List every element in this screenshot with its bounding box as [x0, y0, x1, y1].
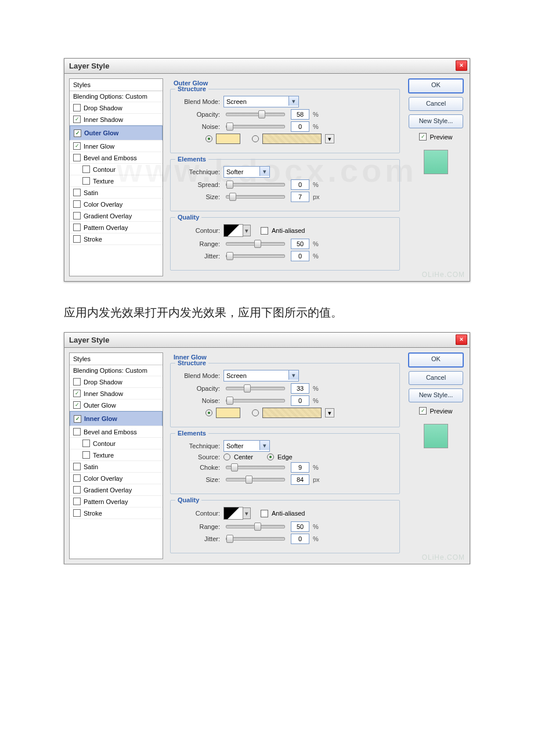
noise-input[interactable]: 0 — [291, 121, 309, 132]
slider-thumb-icon[interactable] — [231, 463, 238, 471]
checkbox-icon[interactable] — [73, 212, 81, 219]
style-inner-shadow[interactable]: ✓Inner Shadow — [70, 114, 163, 125]
slider-thumb-icon[interactable] — [226, 181, 233, 189]
size-slider[interactable] — [226, 195, 285, 199]
style-drop-shadow[interactable]: Drop Shadow — [70, 376, 163, 388]
chevron-down-icon[interactable]: ▾ — [243, 507, 251, 519]
color-radio[interactable] — [205, 135, 212, 142]
gradient-radio[interactable] — [252, 135, 259, 142]
preview-toggle[interactable]: ✓Preview — [419, 407, 452, 415]
checkbox-icon[interactable] — [73, 104, 81, 111]
style-bevel-emboss[interactable]: Bevel and Emboss — [70, 152, 163, 164]
new-style-button[interactable]: New Style... — [409, 114, 463, 128]
checkbox-icon[interactable]: ✓ — [73, 390, 81, 397]
style-texture[interactable]: Texture — [70, 175, 163, 187]
chevron-down-icon[interactable]: ▾ — [259, 167, 269, 176]
checkbox-icon[interactable] — [82, 451, 90, 459]
style-contour[interactable]: Contour — [70, 438, 163, 449]
jitter-input[interactable]: 0 — [291, 251, 309, 261]
checkbox-icon[interactable] — [73, 235, 81, 243]
slider-thumb-icon[interactable] — [226, 123, 233, 131]
checkbox-icon[interactable]: ✓ — [74, 129, 81, 137]
opacity-slider[interactable] — [226, 387, 285, 390]
choke-slider[interactable] — [226, 466, 285, 469]
preview-toggle[interactable]: ✓Preview — [419, 133, 452, 141]
cancel-button[interactable]: Cancel — [409, 97, 463, 111]
slider-thumb-icon[interactable] — [226, 535, 233, 543]
style-gradient-overlay[interactable]: Gradient Overlay — [70, 210, 163, 222]
opacity-input[interactable]: 33 — [291, 383, 309, 394]
style-pattern-overlay[interactable]: Pattern Overlay — [70, 496, 163, 507]
range-input[interactable]: 50 — [291, 521, 309, 532]
close-icon[interactable]: × — [456, 334, 467, 345]
blend-mode-select[interactable]: Screen▾ — [223, 370, 299, 381]
style-gradient-overlay[interactable]: Gradient Overlay — [70, 484, 163, 496]
checkbox-icon[interactable] — [73, 474, 81, 482]
size-input[interactable]: 84 — [291, 474, 309, 485]
slider-thumb-icon[interactable] — [246, 476, 252, 484]
checkbox-icon[interactable]: ✓ — [419, 407, 427, 415]
style-stroke[interactable]: Stroke — [70, 233, 163, 245]
style-color-overlay[interactable]: Color Overlay — [70, 199, 163, 210]
styles-header[interactable]: Styles — [70, 79, 163, 91]
style-satin[interactable]: Satin — [70, 461, 163, 473]
checkbox-icon[interactable]: ✓ — [73, 142, 81, 150]
cancel-button[interactable]: Cancel — [409, 371, 463, 385]
styles-header[interactable]: Styles — [70, 353, 163, 365]
slider-thumb-icon[interactable] — [226, 397, 233, 405]
source-edge-radio[interactable] — [267, 453, 274, 460]
range-slider[interactable] — [226, 242, 285, 246]
color-swatch[interactable] — [216, 408, 240, 418]
slider-thumb-icon[interactable] — [254, 523, 261, 531]
style-bevel-emboss[interactable]: Bevel and Emboss — [70, 426, 163, 438]
blending-options-row[interactable]: Blending Options: Custom — [70, 365, 163, 376]
noise-slider[interactable] — [226, 125, 285, 128]
checkbox-icon[interactable]: ✓ — [73, 401, 81, 409]
gradient-swatch[interactable] — [262, 134, 322, 144]
jitter-input[interactable]: 0 — [291, 534, 309, 544]
opacity-input[interactable]: 58 — [291, 109, 309, 120]
size-input[interactable]: 7 — [291, 192, 309, 202]
slider-thumb-icon[interactable] — [244, 384, 251, 393]
size-slider[interactable] — [226, 478, 285, 481]
checkbox-icon[interactable] — [73, 200, 81, 208]
opacity-slider[interactable] — [226, 113, 285, 116]
checkbox-icon[interactable] — [73, 463, 81, 470]
spread-input[interactable]: 0 — [291, 179, 309, 190]
blending-options-row[interactable]: Blending Options: Custom — [70, 91, 163, 102]
style-stroke[interactable]: Stroke — [70, 507, 163, 519]
checkbox-icon[interactable] — [82, 177, 90, 185]
choke-input[interactable]: 9 — [291, 462, 309, 473]
checkbox-icon[interactable] — [82, 165, 90, 173]
contour-picker[interactable]: ▾ — [223, 507, 243, 520]
checkbox-icon[interactable]: ✓ — [419, 133, 427, 141]
chevron-down-icon[interactable]: ▾ — [288, 370, 298, 380]
chevron-down-icon[interactable]: ▾ — [243, 225, 251, 236]
style-outer-glow[interactable]: ✓Outer Glow — [70, 125, 163, 141]
gradient-radio[interactable] — [252, 409, 259, 416]
gradient-swatch[interactable] — [262, 408, 322, 418]
jitter-slider[interactable] — [226, 254, 285, 258]
technique-select[interactable]: Softer▾ — [223, 440, 270, 452]
slider-thumb-icon[interactable] — [226, 252, 233, 260]
spread-slider[interactable] — [226, 183, 285, 186]
checkbox-icon[interactable] — [73, 189, 81, 196]
chevron-down-icon[interactable]: ▾ — [288, 96, 298, 106]
checkbox-icon[interactable]: ✓ — [74, 415, 81, 423]
checkbox-icon[interactable] — [73, 154, 81, 161]
noise-slider[interactable] — [226, 399, 285, 402]
checkbox-icon[interactable] — [73, 224, 81, 231]
anti-aliased-checkbox[interactable] — [261, 227, 268, 235]
checkbox-icon[interactable] — [82, 440, 90, 447]
style-texture[interactable]: Texture — [70, 449, 163, 461]
color-radio[interactable] — [205, 409, 212, 416]
technique-select[interactable]: Softer▾ — [223, 166, 270, 178]
chevron-down-icon[interactable]: ▾ — [259, 441, 269, 450]
ok-button[interactable]: OK — [408, 78, 464, 93]
style-color-overlay[interactable]: Color Overlay — [70, 473, 163, 484]
style-inner-glow[interactable]: ✓Inner Glow — [70, 411, 163, 426]
jitter-slider[interactable] — [226, 537, 285, 541]
checkbox-icon[interactable] — [73, 498, 81, 505]
range-slider[interactable] — [226, 525, 285, 528]
checkbox-icon[interactable]: ✓ — [73, 116, 81, 123]
